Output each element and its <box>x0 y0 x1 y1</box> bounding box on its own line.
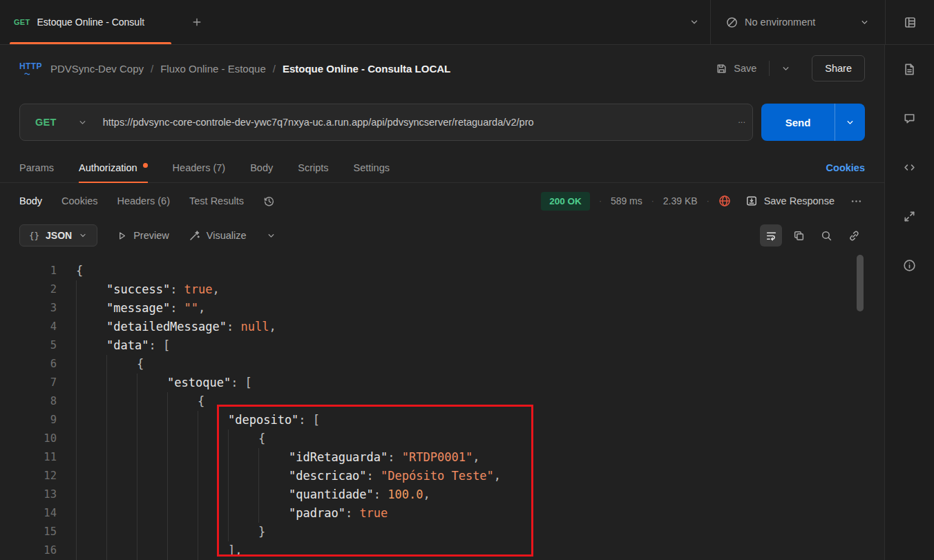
line-number: 15 <box>0 523 57 541</box>
method-selector[interactable]: GET <box>20 117 103 128</box>
search-response-button[interactable] <box>815 224 837 247</box>
save-button[interactable]: Save <box>710 57 762 80</box>
response-tab-cookies[interactable]: Cookies <box>61 195 97 206</box>
code-token: "idRetaguarda" <box>289 450 388 464</box>
request-panel: HTTP PDVSync-Dev Copy / Fluxo Online - E… <box>0 45 885 560</box>
visualize-wand-icon <box>189 230 200 242</box>
cookies-link[interactable]: Cookies <box>826 153 865 182</box>
code-token: "detailedMessage" <box>106 320 227 334</box>
code-token: : [ <box>149 338 170 352</box>
response-tab-body[interactable]: Body <box>19 195 42 206</box>
code-token: , <box>473 450 479 464</box>
line-number: 12 <box>0 467 57 485</box>
related-requests-button[interactable] <box>903 210 916 223</box>
vertical-scrollbar-thumb[interactable] <box>857 255 864 311</box>
indent-guides <box>76 299 106 318</box>
documentation-button[interactable] <box>903 63 916 76</box>
indent-guides <box>76 411 228 429</box>
indent-guides <box>76 280 106 299</box>
code-token: "estoque" <box>167 376 231 389</box>
preview-label: Preview <box>133 230 169 241</box>
code-token: ], <box>228 543 242 557</box>
breadcrumb-actions: Save Share <box>710 55 865 81</box>
share-button[interactable]: Share <box>812 55 865 81</box>
code-line: "descricao": "Depósito Teste", <box>76 467 501 485</box>
wrap-lines-button[interactable] <box>760 224 782 247</box>
search-icon <box>821 230 832 242</box>
view-options-button[interactable] <box>266 231 276 241</box>
breadcrumb-workspace[interactable]: PDVSync-Dev Copy <box>50 63 144 75</box>
globe-warning-icon[interactable] <box>718 195 731 207</box>
comments-button[interactable] <box>903 112 916 125</box>
wrap-text-icon <box>765 230 777 242</box>
response-tab-test-results[interactable]: Test Results <box>189 195 244 206</box>
breadcrumb-separator: / <box>151 63 153 75</box>
send-options-button[interactable] <box>835 104 865 141</box>
code-snippet-button[interactable] <box>903 161 916 174</box>
line-number: 6 <box>0 355 57 374</box>
response-format-dropdown[interactable]: {} JSON <box>19 224 97 247</box>
line-number: 10 <box>0 429 57 448</box>
response-history-button[interactable] <box>263 195 275 207</box>
save-options-button[interactable] <box>776 58 795 79</box>
more-ellipsis-icon <box>850 195 862 207</box>
tab-bar-spacer <box>213 0 678 44</box>
response-tab-headers[interactable]: Headers (6) <box>117 195 170 206</box>
code-token: true <box>359 506 388 520</box>
tab-params[interactable]: Params <box>19 153 54 182</box>
send-button[interactable]: Send <box>761 104 865 141</box>
url-input[interactable]: https://pdvsync-core-controle-dev-ywc7q7… <box>103 117 736 128</box>
send-label[interactable]: Send <box>761 104 835 141</box>
link-response-button[interactable] <box>843 224 865 247</box>
breadcrumb-separator: / <box>273 63 276 75</box>
code-line: "padrao": true <box>76 504 501 523</box>
visualize-label: Visualize <box>207 230 247 241</box>
save-response-button[interactable]: Save Response <box>745 195 835 206</box>
code-token: : [ <box>231 376 252 389</box>
code-token: "Depósito Teste" <box>381 469 494 483</box>
request-url-bar: GET https://pdvsync-core-controle-dev-yw… <box>19 104 753 141</box>
indent-guides <box>76 429 258 448</box>
tab-body[interactable]: Body <box>250 153 273 182</box>
breadcrumb-folder[interactable]: Fluxo Online - Estoque <box>160 63 266 75</box>
visualize-button[interactable]: Visualize <box>189 230 247 242</box>
save-label: Save <box>734 63 756 74</box>
line-number: 13 <box>0 485 57 504</box>
code-line: "success": true, <box>76 280 501 299</box>
line-number: 4 <box>0 318 57 336</box>
play-preview-icon <box>117 231 127 241</box>
tab-bar-collapse-button[interactable] <box>678 0 710 44</box>
tab-label: Params <box>19 162 54 173</box>
line-number: 14 <box>0 504 57 523</box>
indent-guides <box>76 467 289 485</box>
response-header: Body Cookies Headers (6) Test Results 20… <box>0 183 884 219</box>
tab-authorization[interactable]: Authorization <box>79 153 148 182</box>
format-label: JSON <box>46 230 72 241</box>
info-button[interactable] <box>903 259 916 272</box>
tab-scripts[interactable]: Scripts <box>298 153 328 182</box>
new-tab-plus-icon <box>191 17 202 28</box>
more-options-button[interactable] <box>848 193 865 210</box>
code-token: "" <box>184 301 198 315</box>
environment-quick-look-button[interactable] <box>885 0 934 44</box>
request-tab-open[interactable]: GET Estoque Online - Consult <box>0 0 181 44</box>
breadcrumb-request-name[interactable]: Estoque Online - Consulta LOCAL <box>283 63 450 75</box>
tab-settings[interactable]: Settings <box>354 153 390 182</box>
right-sidebar <box>885 45 934 560</box>
code-line: "quantidade": 100.0, <box>76 485 501 504</box>
tab-title: Estoque Online - Consult <box>37 17 167 28</box>
new-tab-button[interactable] <box>181 0 213 44</box>
environment-selector[interactable]: No environment <box>711 0 885 44</box>
top-tab-bar: GET Estoque Online - Consult No environm… <box>0 0 934 45</box>
environment-label: No environment <box>745 17 852 28</box>
comment-icon <box>903 112 916 125</box>
preview-button[interactable]: Preview <box>117 230 169 241</box>
tab-headers[interactable]: Headers (7) <box>173 153 226 182</box>
copy-response-button[interactable] <box>788 224 810 247</box>
chevron-down-icon <box>77 117 88 128</box>
response-body-viewer[interactable]: 12345678910111213141516 {"success": true… <box>0 252 884 560</box>
status-badge[interactable]: 200 OK <box>541 192 590 211</box>
breadcrumb: PDVSync-Dev Copy / Fluxo Online - Estoqu… <box>50 63 450 75</box>
method-label: GET <box>35 117 57 128</box>
code-token: true <box>184 282 213 296</box>
